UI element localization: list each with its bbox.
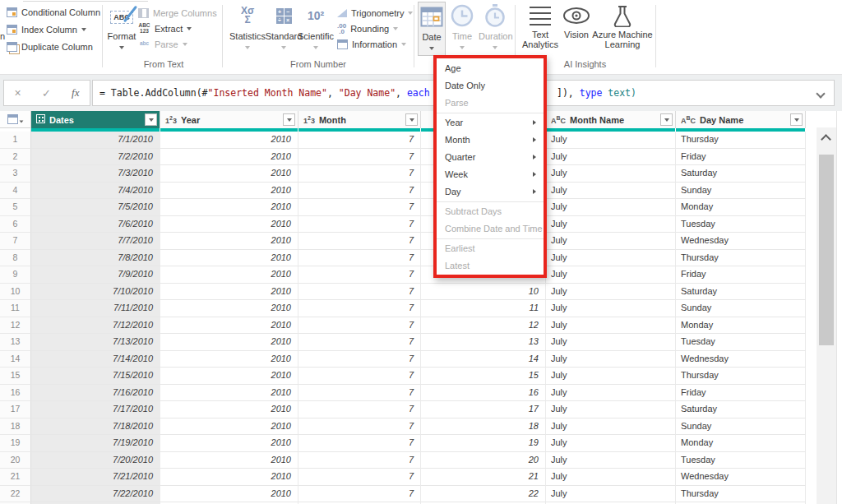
cell[interactable]: July: [546, 334, 676, 351]
cell[interactable]: 2010: [160, 250, 298, 267]
cell[interactable]: 7/22/2010: [31, 486, 160, 503]
filter-button[interactable]: [145, 113, 157, 126]
date-button[interactable]: Date: [418, 2, 446, 56]
parse-button[interactable]: abc Parse: [138, 36, 217, 52]
cell[interactable]: 7: [298, 334, 421, 351]
cell[interactable]: 22: [421, 486, 546, 503]
cell[interactable]: 7/3/2010: [31, 165, 160, 183]
cell[interactable]: 7/17/2010: [31, 401, 160, 418]
cell[interactable]: 16: [421, 385, 546, 402]
cell[interactable]: Friday: [676, 266, 806, 284]
cell[interactable]: 7: [298, 216, 421, 234]
cell[interactable]: July: [546, 435, 676, 452]
cell[interactable]: Monday: [676, 199, 806, 216]
cell[interactable]: July: [546, 486, 676, 503]
time-button[interactable]: Time: [448, 2, 476, 56]
filter-button[interactable]: [283, 113, 295, 126]
column-header-month-name[interactable]: ABC Month Name: [546, 111, 676, 128]
cell[interactable]: Saturday: [676, 165, 806, 183]
statistics-button[interactable]: XσΣ Statistics: [229, 2, 266, 56]
cell[interactable]: 2010: [160, 351, 298, 368]
extract-button[interactable]: ABC123 Extract: [138, 21, 217, 36]
cell[interactable]: July: [546, 368, 676, 385]
cell[interactable]: 7: [298, 149, 421, 166]
row-number[interactable]: 18: [0, 418, 31, 436]
cell[interactable]: July: [546, 132, 676, 149]
cell[interactable]: 13: [421, 334, 546, 351]
rounding-button[interactable]: .00.0 Rounding: [337, 21, 413, 36]
cell[interactable]: July: [546, 165, 676, 183]
cell[interactable]: 2010: [160, 452, 298, 469]
cell[interactable]: July: [546, 266, 676, 284]
cell[interactable]: 2010: [160, 300, 298, 317]
cell[interactable]: 7/7/2010: [31, 233, 160, 250]
row-number[interactable]: 19: [0, 435, 31, 452]
cell[interactable]: 7: [298, 401, 421, 418]
cell[interactable]: Thursday: [676, 486, 806, 503]
cell[interactable]: 7/18/2010: [31, 418, 160, 436]
row-number[interactable]: 15: [0, 368, 31, 385]
cell[interactable]: 7: [298, 183, 421, 200]
index-column-button[interactable]: Index Column: [7, 21, 100, 38]
cell[interactable]: 7: [298, 435, 421, 452]
menu-item-year[interactable]: Year: [437, 114, 544, 132]
azure-machine-learning-button[interactable]: Azure Machine Learning: [591, 3, 654, 58]
cell[interactable]: July: [546, 385, 676, 402]
cell[interactable]: 2010: [160, 486, 298, 503]
cell[interactable]: 2010: [160, 334, 298, 351]
cell[interactable]: Tuesday: [676, 452, 806, 469]
cell[interactable]: 2010: [160, 469, 298, 486]
cell[interactable]: July: [546, 317, 676, 335]
cell[interactable]: 2010: [160, 233, 298, 250]
column-header-month[interactable]: 123 Month: [298, 111, 421, 128]
cell[interactable]: 2010: [160, 199, 298, 216]
row-number[interactable]: 17: [0, 401, 31, 418]
cell[interactable]: July: [546, 469, 676, 486]
cell[interactable]: July: [546, 199, 676, 216]
row-number[interactable]: 10: [0, 284, 31, 301]
cell[interactable]: July: [546, 401, 676, 418]
cell[interactable]: Wednesday: [676, 469, 806, 486]
cell[interactable]: Monday: [676, 317, 806, 335]
cell[interactable]: 7/10/2010: [31, 284, 160, 301]
cell[interactable]: 19: [421, 435, 546, 452]
cell[interactable]: Friday: [676, 149, 806, 166]
cell[interactable]: 7/6/2010: [31, 216, 160, 234]
cell[interactable]: Tuesday: [676, 216, 806, 234]
row-number[interactable]: 22: [0, 486, 31, 503]
row-number[interactable]: 8: [0, 250, 31, 267]
cell[interactable]: Saturday: [676, 284, 806, 301]
merge-columns-button[interactable]: Merge Columns: [138, 5, 217, 21]
scrollbar-thumb[interactable]: [819, 155, 834, 345]
cell[interactable]: 12: [421, 317, 546, 335]
cell[interactable]: July: [546, 183, 676, 200]
cell[interactable]: 15: [421, 368, 546, 385]
cell[interactable]: 7: [298, 351, 421, 368]
select-all-corner-button[interactable]: [0, 111, 31, 128]
cell[interactable]: Wednesday: [676, 351, 806, 368]
row-number[interactable]: 7: [0, 233, 31, 250]
cell[interactable]: 7/16/2010: [31, 385, 160, 402]
cell[interactable]: 2010: [160, 149, 298, 166]
conditional-column-button[interactable]: Conditional Column: [7, 3, 100, 21]
duplicate-column-button[interactable]: Duplicate Column: [7, 38, 100, 55]
information-button[interactable]: Information: [337, 36, 413, 52]
text-analytics-button[interactable]: Text Analytics: [520, 3, 561, 58]
cell[interactable]: 21: [421, 469, 546, 486]
row-number[interactable]: 13: [0, 334, 31, 351]
cell[interactable]: Tuesday: [676, 334, 806, 351]
cell[interactable]: 7: [298, 385, 421, 402]
cell[interactable]: July: [546, 452, 676, 469]
cell[interactable]: 7: [298, 165, 421, 183]
cell[interactable]: 7: [298, 132, 421, 149]
cell[interactable]: 7/2/2010: [31, 149, 160, 166]
cell[interactable]: 7: [298, 199, 421, 216]
filter-button[interactable]: [790, 113, 803, 126]
cell[interactable]: 2010: [160, 435, 298, 452]
cell[interactable]: Sunday: [676, 300, 806, 317]
cell[interactable]: 7: [298, 452, 421, 469]
row-number[interactable]: 6: [0, 216, 31, 234]
cell[interactable]: 2010: [160, 317, 298, 335]
column-header-day-name[interactable]: ABC Day Name: [676, 111, 806, 128]
cell[interactable]: 14: [421, 351, 546, 368]
